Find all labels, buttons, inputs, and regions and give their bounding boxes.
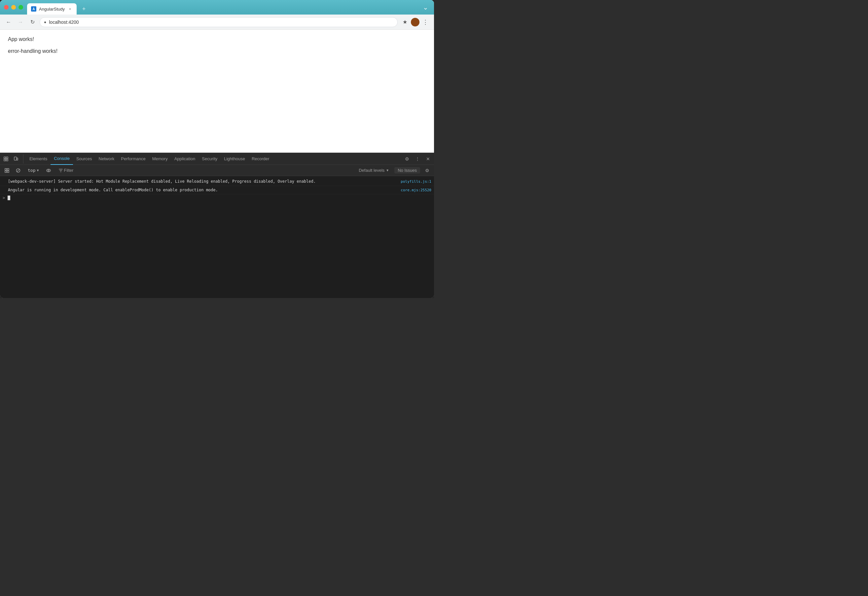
log-source-1[interactable]: core.mjs:25520 bbox=[401, 188, 431, 193]
svg-rect-4 bbox=[14, 157, 16, 160]
active-tab[interactable]: A AngularStudy × bbox=[27, 3, 77, 15]
tab-memory[interactable]: Memory bbox=[149, 153, 171, 165]
filter-button[interactable]: Filter bbox=[56, 167, 77, 173]
svg-point-13 bbox=[48, 170, 49, 171]
error-handling-text: error-handling works! bbox=[8, 48, 426, 54]
reload-button[interactable]: ↻ bbox=[28, 18, 37, 27]
svg-rect-0 bbox=[4, 157, 6, 158]
svg-rect-8 bbox=[5, 171, 7, 173]
devtools-close-button[interactable]: ✕ bbox=[424, 154, 433, 164]
tab-bar: A AngularStudy × + bbox=[27, 0, 421, 15]
bookmark-button[interactable]: ★ bbox=[400, 18, 410, 27]
tab-console[interactable]: Console bbox=[50, 153, 73, 165]
log-text-1: Angular is running in development mode. … bbox=[8, 187, 396, 193]
devtools-settings-button[interactable]: ⚙ bbox=[402, 154, 412, 164]
prompt-cursor bbox=[7, 195, 10, 200]
close-button[interactable] bbox=[4, 5, 9, 10]
tab-network[interactable]: Network bbox=[96, 153, 118, 165]
security-icon: ● bbox=[44, 20, 46, 24]
svg-rect-2 bbox=[4, 159, 6, 161]
svg-rect-3 bbox=[6, 159, 8, 161]
traffic-lights bbox=[4, 5, 23, 10]
nav-bar: ← → ↻ ● localhost:4200 ★ ⋮ bbox=[0, 15, 434, 30]
tab-recorder[interactable]: Recorder bbox=[248, 153, 273, 165]
nav-actions: ★ ⋮ bbox=[400, 18, 430, 27]
url-text: localhost:4200 bbox=[49, 19, 393, 25]
svg-rect-7 bbox=[7, 169, 9, 170]
svg-rect-1 bbox=[6, 157, 8, 158]
svg-rect-9 bbox=[7, 171, 9, 173]
tab-favicon: A bbox=[31, 6, 36, 12]
log-entry-1: Angular is running in development mode. … bbox=[0, 186, 434, 195]
default-levels-button[interactable]: Default levels ▼ bbox=[356, 167, 392, 173]
prompt-chevron: > bbox=[3, 195, 5, 200]
devtools-tab-actions: ⚙ ⋮ ✕ bbox=[402, 154, 433, 164]
address-bar[interactable]: ● localhost:4200 bbox=[40, 17, 398, 27]
tab-lighthouse[interactable]: Lighthouse bbox=[221, 153, 248, 165]
tab-elements[interactable]: Elements bbox=[26, 153, 50, 165]
console-content: [webpack-dev-server] Server started: Hot… bbox=[0, 176, 434, 298]
console-prompt[interactable]: > bbox=[0, 194, 434, 201]
log-source-0[interactable]: polyfills.js:1 bbox=[401, 179, 431, 185]
tab-application[interactable]: Application bbox=[171, 153, 199, 165]
device-toolbar-button[interactable] bbox=[11, 154, 21, 164]
profile-avatar[interactable] bbox=[411, 18, 419, 27]
new-tab-button[interactable]: + bbox=[79, 4, 89, 13]
forward-button[interactable]: → bbox=[16, 18, 25, 27]
page-content: App works! error-handling works! bbox=[0, 30, 434, 152]
console-settings-button[interactable]: ⚙ bbox=[423, 166, 431, 175]
console-toolbar: top ▼ Filter Default levels ▼ bbox=[0, 165, 434, 176]
tab-title: AngularStudy bbox=[39, 7, 65, 12]
tab-performance[interactable]: Performance bbox=[118, 153, 149, 165]
inspect-element-button[interactable] bbox=[1, 154, 10, 164]
maximize-button[interactable] bbox=[19, 5, 23, 10]
svg-rect-5 bbox=[17, 158, 18, 160]
tab-close-button[interactable]: × bbox=[67, 6, 73, 12]
log-entry-0: [webpack-dev-server] Server started: Hot… bbox=[0, 177, 434, 186]
browser-menu-button[interactable]: ⌄ bbox=[421, 3, 430, 12]
devtools-tab-bar: Elements Console Sources Network Perform… bbox=[0, 153, 434, 165]
clear-console-button[interactable] bbox=[3, 166, 11, 175]
eye-button[interactable] bbox=[44, 166, 53, 175]
minimize-button[interactable] bbox=[11, 5, 16, 10]
tab-sources[interactable]: Sources bbox=[73, 153, 96, 165]
app-works-text: App works! bbox=[8, 36, 426, 42]
svg-line-11 bbox=[17, 169, 20, 172]
back-button[interactable]: ← bbox=[4, 18, 13, 27]
menu-button[interactable]: ⋮ bbox=[421, 18, 430, 27]
devtools-more-button[interactable]: ⋮ bbox=[413, 154, 422, 164]
svg-point-12 bbox=[47, 169, 50, 172]
block-request-button[interactable] bbox=[14, 166, 22, 175]
svg-rect-6 bbox=[5, 169, 7, 170]
devtools-icon-group bbox=[1, 154, 24, 164]
log-text-0: [webpack-dev-server] Server started: Hot… bbox=[8, 178, 396, 184]
devtools-panel: Elements Console Sources Network Perform… bbox=[0, 152, 434, 298]
tab-security[interactable]: Security bbox=[198, 153, 221, 165]
no-issues-badge[interactable]: No Issues bbox=[394, 167, 420, 173]
title-bar: A AngularStudy × + ⌄ bbox=[0, 0, 434, 15]
browser-window: A AngularStudy × + ⌄ ← → ↻ ● localhost:4… bbox=[0, 0, 434, 298]
context-selector[interactable]: top ▼ bbox=[25, 167, 41, 173]
